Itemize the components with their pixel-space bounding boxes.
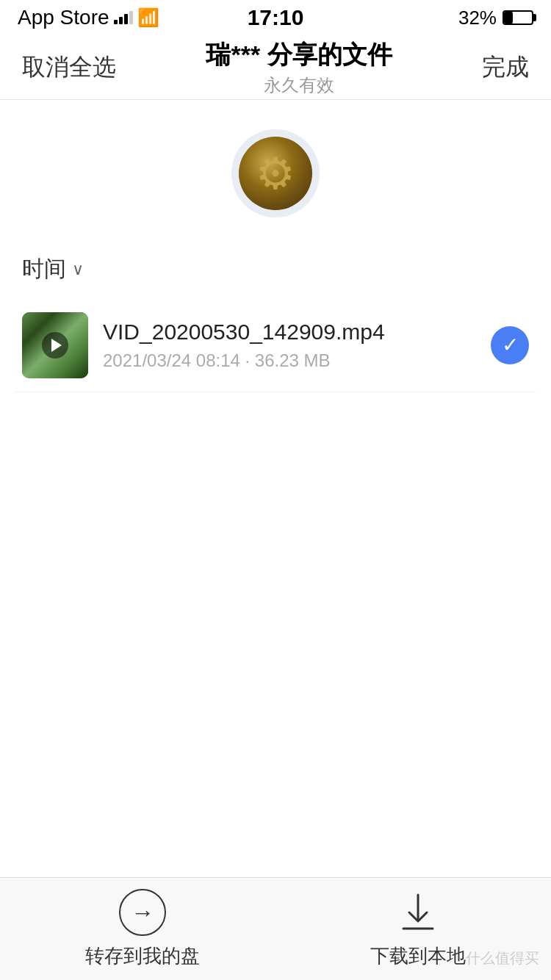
file-date: 2021/03/24 08:14 — [103, 350, 240, 370]
battery-icon — [503, 10, 533, 25]
avatar-section — [0, 100, 551, 239]
carrier-text: App Store — [18, 6, 109, 29]
save-to-cloud-label: 转存到我的盘 — [85, 943, 200, 969]
status-right: 32% — [458, 7, 533, 29]
file-size: 36.23 MB — [255, 350, 331, 370]
watermark: 什么值得买 — [466, 948, 539, 968]
sort-header[interactable]: 时间 ∨ — [0, 239, 551, 299]
avatar-wrapper — [231, 129, 320, 217]
battery-percent: 32% — [458, 7, 497, 29]
sort-label: 时间 — [22, 254, 66, 284]
download-label: 下载到本地 — [370, 943, 466, 969]
nav-subtitle: 永久有效 — [116, 73, 482, 97]
status-carrier: App Store 📶 — [18, 6, 159, 29]
nav-bar: 取消全选 瑞*** 分享的文件 永久有效 完成 — [0, 35, 551, 100]
save-to-cloud-button[interactable]: → 转存到我的盘 — [85, 889, 200, 969]
file-name: VID_20200530_142909.mp4 — [103, 320, 476, 345]
status-time: 17:10 — [248, 5, 304, 30]
file-separator: · — [245, 350, 255, 370]
nav-title: 瑞*** 分享的文件 — [116, 38, 482, 72]
signal-icon — [114, 11, 133, 24]
file-select-checkbox[interactable]: ✓ — [491, 326, 529, 364]
file-list: VID_20200530_142909.mp4 2021/03/24 08:14… — [0, 299, 551, 392]
file-thumbnail — [22, 312, 88, 378]
save-to-cloud-icon: → — [119, 889, 166, 936]
avatar — [239, 137, 312, 210]
file-meta: 2021/03/24 08:14 · 36.23 MB — [103, 350, 476, 371]
table-row[interactable]: VID_20200530_142909.mp4 2021/03/24 08:14… — [15, 299, 536, 392]
checkmark-icon: ✓ — [502, 335, 519, 356]
download-icon — [395, 889, 442, 936]
file-info: VID_20200530_142909.mp4 2021/03/24 08:14… — [103, 320, 476, 371]
wifi-icon: 📶 — [137, 7, 159, 28]
done-button[interactable]: 完成 — [482, 51, 529, 84]
chevron-down-icon: ∨ — [72, 260, 84, 279]
play-icon — [42, 332, 68, 359]
status-bar: App Store 📶 17:10 32% — [0, 0, 551, 35]
nav-title-group: 瑞*** 分享的文件 永久有效 — [116, 38, 482, 97]
avatar-image — [239, 137, 312, 210]
cancel-select-button[interactable]: 取消全选 — [22, 51, 116, 84]
download-button[interactable]: 下载到本地 — [370, 889, 466, 969]
